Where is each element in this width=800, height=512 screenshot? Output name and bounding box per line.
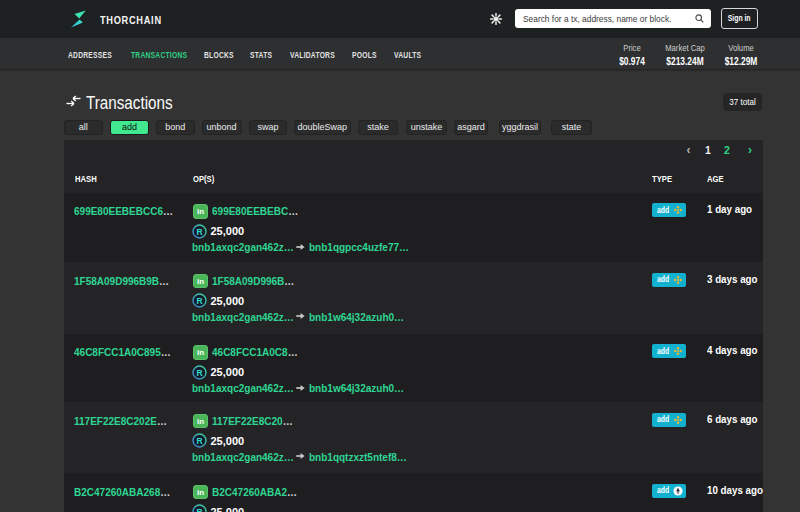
- svg-text:R: R: [196, 507, 202, 512]
- svg-text:R: R: [196, 367, 202, 377]
- svg-text:R: R: [196, 436, 202, 446]
- svg-text:R: R: [196, 296, 202, 306]
- svg-text:R: R: [196, 226, 202, 236]
